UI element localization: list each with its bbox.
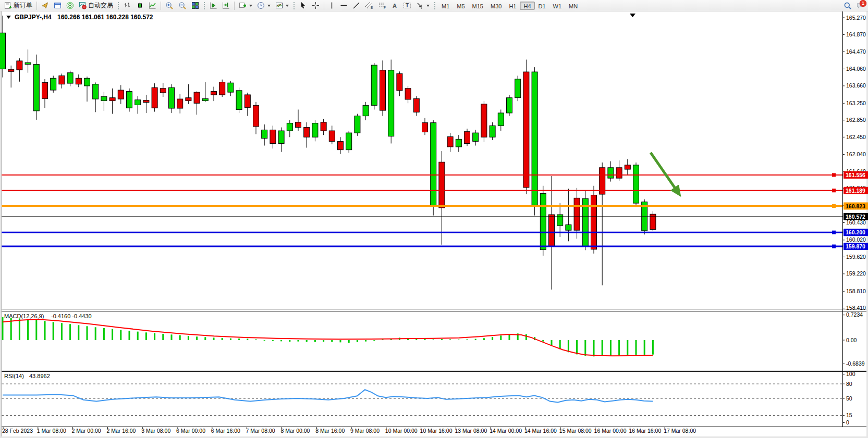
candle	[202, 98, 208, 101]
text-tool-button[interactable]: A	[389, 1, 400, 11]
autotrading-button[interactable]: 自动交易	[77, 1, 115, 11]
hline-handle[interactable]	[832, 173, 836, 177]
vline-tool-button[interactable]	[326, 1, 337, 11]
trendline-tool-button[interactable]	[350, 1, 362, 11]
timeframe-H1[interactable]: H1	[505, 2, 520, 10]
macd-bar	[509, 334, 510, 340]
macd-bar	[35, 320, 37, 340]
time-label: 16 Mar 00:00	[594, 428, 627, 434]
timeframes-menu-button[interactable]	[255, 1, 273, 11]
macd-bar	[213, 337, 215, 340]
separator	[36, 2, 37, 10]
time-label: 10 Mar 16:00	[420, 428, 453, 434]
line-chart-button[interactable]	[146, 1, 158, 11]
zoom-in-button[interactable]	[163, 1, 176, 11]
candle	[566, 225, 571, 231]
arrows-tool-button[interactable]	[414, 1, 432, 11]
macd-bar	[433, 340, 434, 340]
macd-bar	[551, 340, 553, 345]
market-watch-button[interactable]	[39, 1, 51, 11]
indicators-icon	[239, 2, 247, 9]
chart-shift-button[interactable]	[220, 1, 232, 11]
auto-scroll-button[interactable]	[207, 1, 219, 11]
macd-bar	[500, 335, 502, 340]
macd-bar	[323, 340, 324, 342]
macd-bar	[340, 340, 341, 342]
indicators-button[interactable]	[237, 1, 254, 11]
timeframe-W1[interactable]: W1	[549, 2, 566, 10]
macd-bar	[306, 340, 308, 342]
toolbar-grip[interactable]	[434, 2, 436, 10]
bar-chart-button[interactable]	[121, 1, 133, 11]
time-label: 16 Mar 16:00	[629, 428, 661, 434]
price-tick-label: 158.410	[846, 305, 866, 311]
time-label: 15 Mar 08:00	[559, 428, 592, 434]
navigator-button[interactable]	[52, 1, 64, 11]
price-tick-label: 162.850	[846, 117, 866, 123]
hline-handle[interactable]	[832, 189, 836, 192]
timeframe-M5[interactable]: M5	[453, 2, 468, 10]
mt4-window: 新订单	[0, 0, 868, 438]
hline-tool-button[interactable]	[338, 1, 350, 11]
macd-bar	[593, 340, 595, 356]
zoom-out-button[interactable]	[176, 1, 189, 11]
hline-handle[interactable]	[832, 204, 836, 208]
candlestick-button[interactable]	[134, 1, 146, 11]
macd-bar	[568, 340, 569, 352]
autotrading-icon	[79, 2, 87, 9]
text-label-tool-button[interactable]: T	[401, 1, 413, 11]
macd-bar	[610, 340, 612, 356]
toolbar-grip[interactable]	[293, 2, 295, 10]
timeframe-D1[interactable]: D1	[535, 2, 549, 10]
crosshair-tool-button[interactable]	[310, 1, 322, 11]
svg-text:A: A	[393, 3, 397, 9]
macd-bar	[204, 337, 206, 340]
price-tick-label: 159.220	[846, 270, 866, 277]
macd-bar	[298, 340, 299, 342]
macd-bar	[357, 340, 358, 342]
hline-handle[interactable]	[832, 231, 836, 234]
rsi-label: RSI(14)	[4, 373, 24, 379]
timeframe-M1[interactable]: M1	[438, 2, 453, 10]
price-tick-label: 159.620	[846, 254, 866, 260]
toolbar-grip[interactable]	[203, 2, 205, 10]
chevron-down-icon	[286, 5, 289, 7]
toolbar-grip[interactable]	[117, 2, 119, 10]
chart-title-symbol: GBPJPY-,H4	[15, 14, 52, 21]
rsi-tick-label: 80	[846, 381, 852, 387]
search-button[interactable]	[841, 1, 854, 11]
timeframe-H4[interactable]: H4	[520, 2, 534, 10]
candle	[515, 79, 521, 98]
macd-bar	[19, 318, 20, 340]
timeframe-MN[interactable]: MN	[565, 2, 581, 10]
candle	[422, 123, 428, 132]
channel-tool-button[interactable]: E	[363, 1, 375, 11]
templates-button[interactable]	[273, 1, 291, 11]
tile-windows-button[interactable]	[189, 1, 201, 11]
terminal-button[interactable]	[64, 1, 76, 11]
candle	[523, 72, 529, 187]
chat-button[interactable]: 1	[854, 1, 866, 11]
macd-bar	[331, 340, 333, 342]
macd-bar	[27, 319, 29, 340]
candle	[93, 84, 99, 99]
new-order-icon	[4, 2, 12, 9]
price-label-text: 160.572	[846, 214, 865, 220]
timeframe-M30[interactable]: M30	[487, 2, 505, 10]
candle	[413, 98, 419, 112]
fibonacci-tool-button[interactable]: F	[376, 1, 388, 11]
hline-handle[interactable]	[832, 245, 836, 248]
candle	[127, 91, 132, 108]
candle	[507, 98, 512, 113]
macd-bar	[2, 317, 4, 340]
timeframe-M15[interactable]: M15	[469, 2, 487, 10]
autotrading-label: 自动交易	[88, 1, 113, 10]
new-order-button[interactable]: 新订单	[2, 1, 34, 11]
bar-chart-icon	[124, 2, 131, 9]
candle	[135, 100, 141, 105]
signal-icon	[66, 2, 74, 9]
chat-badge: 1	[860, 0, 866, 7]
cursor-tool-button[interactable]	[297, 1, 309, 11]
candle	[287, 123, 292, 131]
candle	[304, 128, 310, 137]
